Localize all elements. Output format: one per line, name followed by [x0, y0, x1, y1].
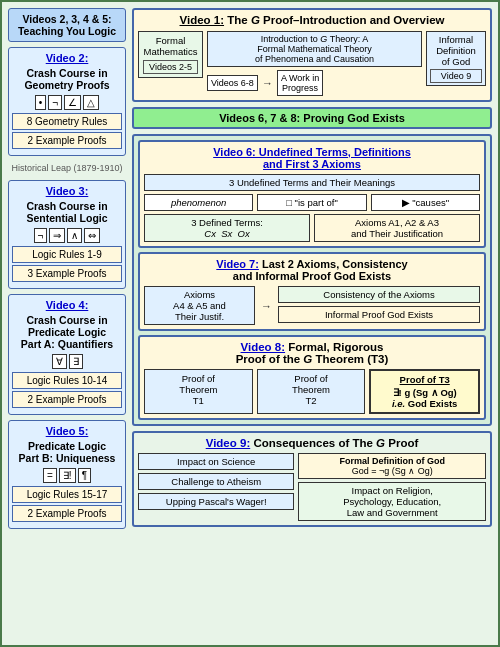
v6-axioms: Axioms A1, A2 & A3and Their Justificatio…: [314, 214, 480, 242]
v9-upping: Upping Pascal's Wager!: [138, 493, 294, 510]
left-header-text: Videos 2, 3, 4 & 5:Teaching You Logic: [18, 13, 116, 37]
video2-subtitle: Crash Course inGeometry Proofs: [12, 67, 122, 91]
sym-exists: ∃: [69, 354, 83, 369]
sym-imp: ⇒: [49, 228, 65, 243]
left-header: Videos 2, 3, 4 & 5:Teaching You Logic: [8, 8, 126, 42]
v7-axioms-box: AxiomsA4 & A5 andTheir Justif.: [144, 286, 255, 325]
v6-term-ispartof: □ "is part of": [257, 194, 366, 211]
work-in-box: A Work inProgress: [277, 70, 323, 96]
video3-title: Video 3:: [12, 185, 122, 197]
video2-detail2: 2 Example Proofs: [12, 132, 122, 149]
main-layout: Videos 2, 3, 4 & 5:Teaching You Logic Vi…: [8, 8, 492, 529]
video5-symbols: = ∃! ¶: [12, 468, 122, 483]
v7-right: Consistency of the Axioms Informal Proof…: [278, 286, 480, 325]
video2-box: Video 2: Crash Course inGeometry Proofs …: [8, 47, 126, 156]
v6-term-phenomenon: phenomenon: [144, 194, 253, 211]
v6-defined-text: 3 Defined Terms:Cx Sx Ox: [191, 217, 263, 239]
v7-consistency: Consistency of the Axioms: [278, 286, 480, 303]
video9-title: Video 9: Consequences of The G Proof: [138, 437, 486, 449]
formal-math-label: Formal Mathematics: [143, 35, 198, 57]
informal-box: InformalDefinitionof God Video 9: [426, 31, 486, 86]
v6-axioms-text: Axioms A1, A2 & A3and Their Justificatio…: [351, 217, 443, 239]
video3-detail1: Logic Rules 1-9: [12, 246, 122, 263]
video1-title: Video 1: The G Proof–Introduction and Ov…: [138, 14, 486, 26]
v8-t3-title: Proof of T3: [375, 374, 474, 385]
video7-box: Video 7: Last 2 Axioms, Consistencyand I…: [138, 252, 486, 331]
sym-uexists: ∃!: [59, 468, 76, 483]
sym-and: ∧: [67, 228, 82, 243]
video4-detail1: Logic Rules 10-14: [12, 372, 122, 389]
v8-proof-t3: Proof of T3 ∃! g (Sg ∧ Og)i.e. God Exist…: [369, 369, 480, 414]
video5-detail2: 2 Example Proofs: [12, 505, 122, 522]
v7-axioms-text: AxiomsA4 & A5 andTheir Justif.: [173, 289, 226, 322]
video4-box: Video 4: Crash Course inPredicate LogicP…: [8, 294, 126, 415]
video9-box: Video 9: Consequences of The G Proof Imp…: [132, 431, 492, 527]
v9-inner: Impact on Science Challenge to Atheism U…: [138, 453, 486, 521]
v8-proof-t2: Proof ofTheoremT2: [257, 369, 366, 414]
v678-container: Video 6: Undefined Terms, Definitionsand…: [132, 134, 492, 426]
video8-title: Video 8: Formal, RigorousProof of the G …: [144, 341, 480, 365]
video3-detail2: 3 Example Proofs: [12, 265, 122, 282]
v9-impact-rel: Impact on Religion,Psychology, Education…: [298, 482, 486, 521]
v9-impact-science: Impact on Science: [138, 453, 294, 470]
sym-dot: •: [35, 95, 47, 110]
video5-subtitle: Predicate LogicPart B: Uniqueness: [12, 440, 122, 464]
video2-title: Video 2:: [12, 52, 122, 64]
video1-num: Video 1:: [180, 14, 225, 26]
intro-box: Introduction to G Theory: AFormal Mathem…: [207, 31, 422, 67]
sym-triangle: △: [83, 95, 99, 110]
video3-symbols: ¬ ⇒ ∧ ⇔: [12, 228, 122, 243]
v9-challenge: Challenge to Atheism: [138, 473, 294, 490]
videos25-label: Videos 2-5: [143, 60, 198, 74]
video1-box: Video 1: The G Proof–Introduction and Ov…: [132, 8, 492, 102]
section678-header: Videos 6, 7 & 8: Proving God Exists: [132, 107, 492, 129]
video6-title: Video 6: Undefined Terms, Definitionsand…: [144, 146, 480, 170]
v1-videos68-row: Videos 6-8 → A Work inProgress: [207, 70, 422, 96]
sym-iff: ⇔: [84, 228, 100, 243]
sym-pilcrow: ¶: [78, 468, 91, 483]
v8-proof-t1: Proof ofTheoremT1: [144, 369, 253, 414]
video8-box: Video 8: Formal, RigorousProof of the G …: [138, 335, 486, 420]
video9-num: Video 9:: [206, 437, 251, 449]
arrow-right-v7: →: [261, 300, 272, 312]
video2-symbols: • ¬ ∠ △: [12, 95, 122, 110]
video4-subtitle: Crash Course inPredicate LogicPart A: Qu…: [12, 314, 122, 350]
work-in-text: A Work inProgress: [281, 73, 319, 93]
right-column: Video 1: The G Proof–Introduction and Ov…: [132, 8, 492, 529]
informal-text: InformalDefinitionof God: [430, 34, 482, 67]
video9-label: Video 9: [430, 69, 482, 83]
video9-rest: Consequences of The G Proof: [250, 437, 418, 449]
video3-subtitle: Crash Course inSentential Logic: [12, 200, 122, 224]
video1-title-rest: The G Proof–Introduction and Overview: [224, 14, 444, 26]
left-column: Videos 2, 3, 4 & 5:Teaching You Logic Vi…: [8, 8, 126, 529]
v9-left: Impact on Science Challenge to Atheism U…: [138, 453, 294, 521]
v8-t3-content: ∃! g (Sg ∧ Og)i.e. God Exists: [375, 387, 474, 409]
video7-title: Video 7: Last 2 Axioms, Consistencyand I…: [144, 258, 480, 282]
historical-leap: Historical Leap (1879-1910): [8, 163, 126, 173]
v8-t2-text: Proof ofTheoremT2: [292, 373, 330, 406]
video6-box: Video 6: Undefined Terms, Definitionsand…: [138, 140, 486, 248]
page-container: Videos 2, 3, 4 & 5:Teaching You Logic Vi…: [0, 0, 500, 647]
video2-detail1: 8 Geometry Rules: [12, 113, 122, 130]
video1-inner: Formal Mathematics Videos 2-5 Introducti…: [138, 31, 486, 96]
sym-neg: ¬: [48, 95, 62, 110]
v6-defined-terms: 3 Defined Terms:Cx Sx Ox: [144, 214, 310, 242]
v7-arrow: →: [259, 286, 274, 325]
v9-formal-eq: God = ¬g (Sg ∧ Og): [303, 466, 481, 476]
v6-terms-row: phenomenon □ "is part of" ▶ "causes": [144, 194, 480, 211]
arrow-right-icon: →: [262, 77, 273, 89]
sym-angle: ∠: [64, 95, 81, 110]
video1-mid: Introduction to G Theory: AFormal Mathem…: [207, 31, 422, 96]
videos68-label: Videos 6-8: [207, 75, 258, 91]
v9-formal-def: Formal Definition of God God = ¬g (Sg ∧ …: [298, 453, 486, 479]
sym-forall: ∀: [52, 354, 67, 369]
video5-box: Video 5: Predicate LogicPart B: Uniquene…: [8, 420, 126, 529]
intro-text: Introduction to G Theory: AFormal Mathem…: [255, 34, 374, 64]
v9-right: Formal Definition of God God = ¬g (Sg ∧ …: [298, 453, 486, 521]
video3-box: Video 3: Crash Course inSentential Logic…: [8, 180, 126, 289]
v8-row: Proof ofTheoremT1 Proof ofTheoremT2 Proo…: [144, 369, 480, 414]
sym-neg3: ¬: [34, 228, 48, 243]
sym-eq5: =: [43, 468, 57, 483]
formal-math-box: Formal Mathematics Videos 2-5: [138, 31, 203, 78]
v7-informal: Informal Proof God Exists: [278, 306, 480, 323]
